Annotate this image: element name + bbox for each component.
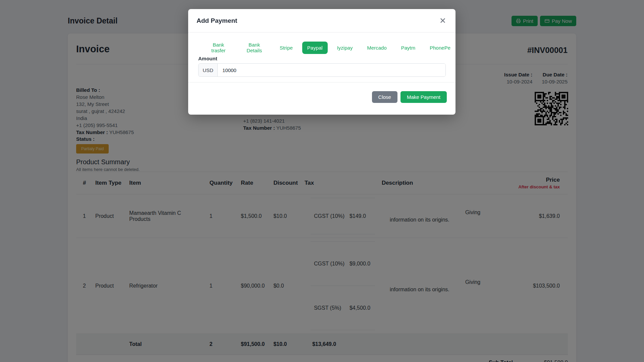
amount-label: Amount (198, 56, 217, 61)
modal-title: Add Payment (197, 17, 237, 24)
tab-mercado[interactable]: Mercado (362, 42, 391, 54)
tab-paytm[interactable]: Paytm (396, 42, 421, 54)
close-icon[interactable]: ✕ (439, 17, 446, 25)
tab-stripe[interactable]: Stripe (275, 42, 298, 54)
add-payment-modal: Add Payment ✕ Bank trasferBank DetailsSt… (188, 9, 455, 115)
payment-method-tabs: Bank trasferBank DetailsStripePaypalIyzi… (203, 39, 455, 57)
tab-iyzipay[interactable]: Iyzipay (332, 42, 358, 54)
modal-header: Add Payment ✕ (188, 9, 455, 33)
amount-input-group: USD (198, 63, 446, 77)
make-payment-button[interactable]: Make Payment (400, 91, 447, 103)
tab-bank-trasfer[interactable]: Bank trasfer (203, 39, 234, 57)
currency-addon: USD (199, 64, 218, 76)
tab-paypal[interactable]: Paypal (302, 42, 328, 54)
modal-footer: Close Make Payment (188, 82, 455, 103)
amount-input[interactable] (218, 64, 445, 76)
tab-phonepe[interactable]: PhonePe (425, 42, 455, 54)
close-button[interactable]: Close (372, 91, 397, 103)
tab-bank-details[interactable]: Bank Details (238, 39, 270, 57)
